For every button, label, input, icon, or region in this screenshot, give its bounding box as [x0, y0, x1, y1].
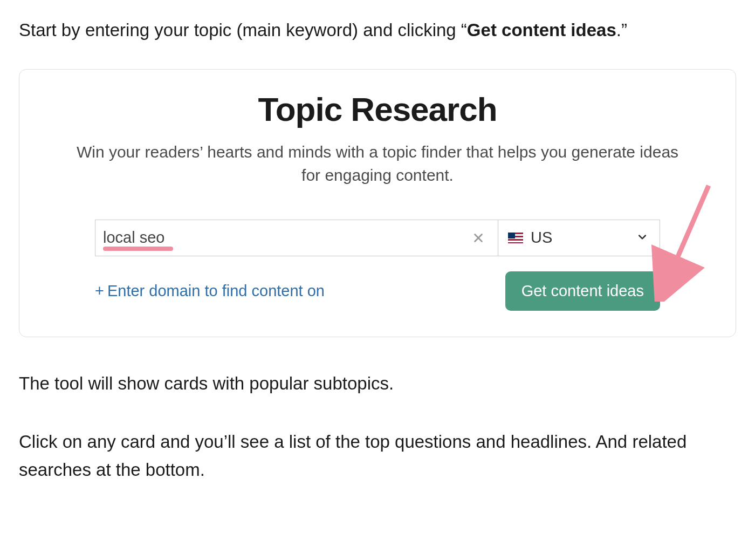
chevron-down-icon [637, 231, 648, 244]
domain-link-label: Enter domain to find content on [107, 282, 325, 299]
topic-input-wrap [95, 220, 498, 256]
close-icon [472, 232, 484, 244]
action-row: +Enter domain to find content on Get con… [95, 271, 660, 311]
intro-bold: Get content ideas [467, 20, 616, 40]
input-row: US [95, 220, 660, 256]
get-content-ideas-button[interactable]: Get content ideas [505, 271, 660, 311]
intro-part2: .” [616, 20, 627, 40]
intro-text: Start by entering your topic (main keywo… [19, 16, 736, 45]
clear-input-button[interactable] [469, 228, 488, 248]
outro-p1: The tool will show cards with popular su… [19, 370, 736, 398]
highlight-underline [103, 247, 173, 251]
svg-line-2 [667, 186, 709, 283]
plus-icon: + [95, 282, 104, 299]
us-flag-icon [508, 233, 523, 243]
topic-research-card: Topic Research Win your readers’ hearts … [19, 69, 736, 337]
card-subtitle: Win your readers’ hearts and minds with … [70, 140, 685, 187]
intro-part1: Start by entering your topic (main keywo… [19, 20, 467, 40]
country-select[interactable]: US [498, 220, 660, 256]
topic-input[interactable] [103, 227, 469, 249]
card-title: Topic Research [41, 90, 714, 128]
country-label: US [531, 229, 552, 247]
enter-domain-link[interactable]: +Enter domain to find content on [95, 282, 325, 300]
outro-p2: Click on any card and you’ll see a list … [19, 428, 736, 485]
